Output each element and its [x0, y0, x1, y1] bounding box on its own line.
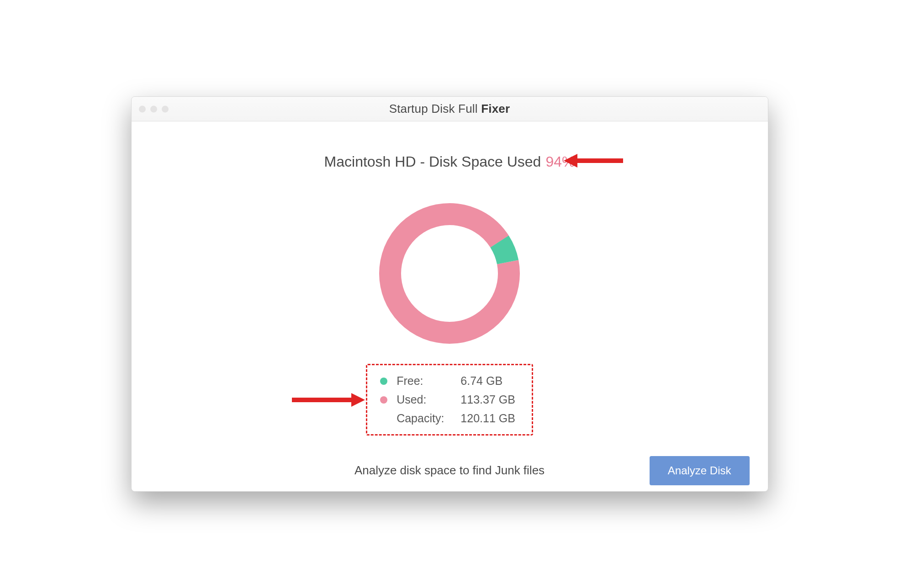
stat-row-free: Free: 6.74 GB — [375, 372, 520, 390]
stat-row-used: Used: 113.37 GB — [375, 390, 520, 409]
stat-label-used: Used: — [392, 390, 449, 409]
stats-container: Free: 6.74 GB Used: 113.37 GB Capacity: … — [150, 364, 750, 436]
disk-usage-label: Macintosh HD - Disk Space Used — [324, 153, 541, 170]
window-controls — [139, 105, 169, 112]
donut-segment-used — [380, 204, 519, 343]
donut-chart-container — [150, 196, 750, 351]
content-area: Macintosh HD - Disk Space Used 94% — [132, 121, 768, 491]
close-icon[interactable] — [139, 105, 146, 112]
disk-usage-donut-chart — [372, 196, 527, 351]
stat-label-capacity: Capacity: — [392, 409, 449, 428]
swatch-free-icon — [380, 378, 387, 385]
stat-value-capacity: 120.11 GB — [449, 409, 520, 428]
stats-box: Free: 6.74 GB Used: 113.37 GB Capacity: … — [366, 364, 533, 436]
window-title: Startup Disk Full Fixer — [389, 102, 510, 116]
svg-marker-3 — [351, 393, 365, 407]
stat-row-capacity: Capacity: 120.11 GB — [375, 409, 520, 428]
window-title-light: Startup Disk Full — [389, 102, 481, 116]
footer-prompt: Analyze disk space to find Junk files — [354, 463, 545, 478]
stats-table: Free: 6.74 GB Used: 113.37 GB Capacity: … — [375, 372, 520, 428]
swatch-used-icon — [380, 396, 387, 404]
minimize-icon[interactable] — [150, 105, 157, 112]
stat-value-free: 6.74 GB — [449, 372, 520, 390]
footer-row: Analyze disk space to find Junk files An… — [132, 463, 768, 478]
stat-label-free: Free: — [392, 372, 449, 390]
window-title-bold: Fixer — [481, 102, 510, 116]
app-window: Startup Disk Full Fixer Macintosh HD - D… — [131, 96, 768, 492]
analyze-disk-button[interactable]: Analyze Disk — [650, 456, 750, 485]
annotation-arrow-icon — [292, 391, 365, 409]
disk-usage-percent: 94% — [545, 153, 575, 170]
disk-usage-headline: Macintosh HD - Disk Space Used 94% — [150, 153, 750, 170]
titlebar: Startup Disk Full Fixer — [132, 97, 768, 121]
stat-value-used: 113.37 GB — [449, 390, 520, 409]
zoom-icon[interactable] — [162, 105, 169, 112]
